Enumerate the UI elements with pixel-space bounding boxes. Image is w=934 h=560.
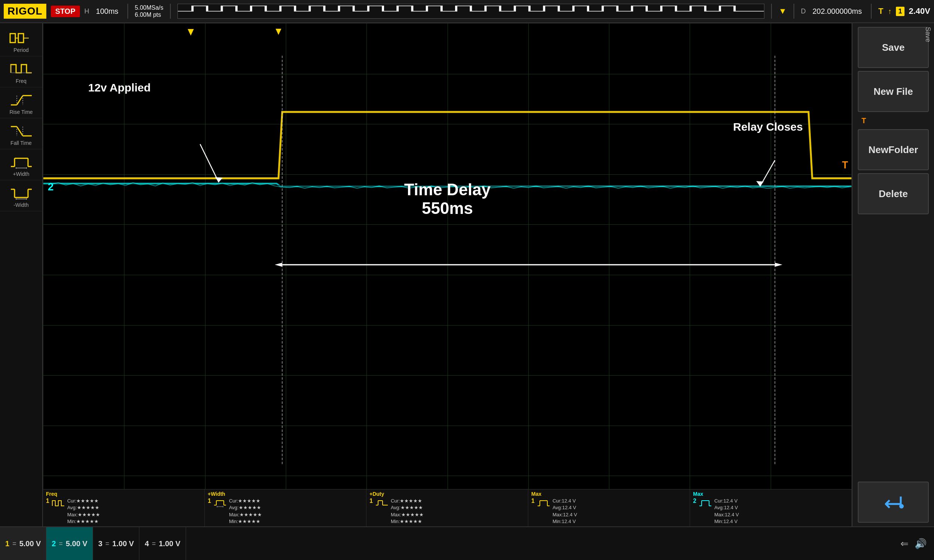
- trigger-ch: 1: [896, 7, 904, 16]
- svg-text:▼: ▼: [186, 25, 196, 38]
- rise-time-icon: [9, 92, 33, 108]
- sidebar-item-minuswidth[interactable]: -Width: [0, 182, 42, 211]
- delete-button[interactable]: Delete: [858, 173, 929, 214]
- timebase-value: 100ms: [96, 7, 119, 16]
- meas-pluswidth-icon: [213, 498, 227, 508]
- svg-rect-1: [18, 34, 23, 43]
- ch4-volt: 1.00 V: [159, 540, 180, 548]
- meas-max2-title: Max: [693, 491, 703, 497]
- waveform-preview: [177, 4, 764, 18]
- meas-max-ch1: Max 1 Cur:12.4 V Avg:12.4 V Max:12.4 V M…: [528, 489, 690, 526]
- svg-point-45: [899, 504, 904, 508]
- freq-label: Freq: [16, 78, 26, 84]
- grid-v-4: [367, 23, 367, 526]
- fall-time-label: Fall Time: [11, 140, 32, 146]
- ch3-volt: 1.00 V: [113, 540, 134, 548]
- ch4-num: 4: [145, 540, 149, 548]
- sidebar-item-freq[interactable]: Freq: [0, 58, 42, 88]
- meas-max1-title: Max: [531, 491, 541, 497]
- meas-pluswidth-vals: Cur:★★★★★ Avg:★★★★★ Max:★★★★★ Min:★★★★★: [229, 498, 262, 525]
- svg-line-12: [17, 126, 23, 136]
- divider-2: [170, 4, 171, 18]
- save-rotated-label: Save: [924, 27, 932, 42]
- meas-duty: +Duty 1 Cur:★★★★★ Avg:★★★★★ Max:★★★★★ Mi…: [367, 489, 528, 526]
- meas-freq-ch: Freq: [46, 491, 57, 497]
- left-sidebar: Period Freq Rise Time Fall Time: [0, 23, 43, 526]
- svg-marker-38: [775, 263, 782, 267]
- ch3-num: 3: [98, 540, 102, 548]
- sidebar-item-falltime[interactable]: Fall Time: [0, 120, 42, 149]
- divider-1: [127, 4, 128, 18]
- divider-4: [794, 4, 794, 18]
- sidebar-item-period[interactable]: Period: [0, 27, 42, 56]
- grid-v-2: [205, 23, 205, 526]
- top-bar: RIGOL STOP H 100ms 5.00MSa/s 6.00M pts ▼…: [0, 0, 934, 23]
- svg-marker-42: [756, 181, 764, 186]
- enter-button[interactable]: [858, 482, 929, 523]
- measurement-bar: Freq 1 Cur:★★★★★ Avg:★★★★★ Max:★★★★★ Min…: [43, 489, 852, 526]
- svg-text:2: 2: [48, 180, 54, 192]
- bottom-status-bar: 1 = 5.00 V 2 = 5.00 V 3 = 1.00 V 4 = 1.0…: [0, 526, 934, 560]
- sample-rate: 5.00MSa/s: [135, 4, 163, 11]
- enter-icon: [882, 493, 905, 511]
- ch4-status[interactable]: 4 = 1.00 V: [139, 527, 186, 560]
- svg-line-41: [760, 160, 775, 186]
- new-file-button[interactable]: New File: [858, 71, 929, 112]
- ch1-volt: 5.00 V: [19, 540, 41, 548]
- grid-v-7: [609, 23, 609, 526]
- meas-pluswidth: +Width 1 Cur:★★★★★ Avg:★★★★★ Max:★★★★★ M…: [205, 489, 367, 526]
- divider-5: [871, 4, 872, 18]
- meas-max1-vals: Cur:12.4 V Avg:12.4 V Max:12.4 V Min:12.…: [553, 498, 577, 525]
- meas-duty-icon: [375, 498, 388, 508]
- annotation-relay-text: Relay Closes: [733, 121, 803, 133]
- divider-3: [771, 4, 772, 18]
- meas-pluswidth-title: +Width: [208, 491, 225, 497]
- trigger-arrow: ↑: [888, 7, 891, 16]
- ch2-status[interactable]: 2 = 5.00 V: [46, 527, 92, 560]
- minus-width-icon: [9, 185, 33, 201]
- t-marker-right: T: [858, 115, 929, 126]
- ch1-num: 1: [5, 540, 9, 548]
- svg-marker-37: [274, 263, 282, 267]
- meas-max1-icon: [537, 498, 550, 508]
- save-button[interactable]: Save: [858, 27, 929, 68]
- period-label: Period: [14, 47, 28, 53]
- status-badge: STOP: [51, 6, 80, 17]
- minus-width-label: -Width: [14, 202, 28, 208]
- ch2-eq: =: [59, 540, 63, 548]
- fall-time-icon: [9, 123, 33, 139]
- right-sidebar: Save Save New File T NewFolder Delete: [852, 23, 934, 526]
- bottom-right-icons: ⇐ 🔊: [900, 527, 934, 560]
- sidebar-item-pluswidth[interactable]: +Width: [0, 151, 42, 180]
- ch2-num: 2: [52, 540, 55, 548]
- meas-max1-ch: 1: [531, 498, 535, 505]
- svg-text:▼: ▼: [274, 25, 284, 37]
- meas-max2-vals: Cur:12.4 V Avg:12.4 V Max:12.4 V Min:12.…: [714, 498, 739, 525]
- period-icon: [9, 30, 33, 46]
- freq-icon: [9, 61, 33, 77]
- grid-v-8: [690, 23, 690, 526]
- meas-pluswidth-ch: 1: [208, 498, 211, 505]
- meas-max2-ch: 2: [693, 498, 697, 505]
- meas-max2-icon: [699, 498, 712, 508]
- usb-icon: ⇐: [900, 538, 909, 549]
- d-label: D: [801, 8, 806, 15]
- ch1-status[interactable]: 1 = 5.00 V: [0, 527, 46, 560]
- meas-duty-vals: Cur:★★★★★ Avg:★★★★★ Max:★★★★★ Min:★★★★★: [391, 498, 424, 525]
- plus-width-icon: [9, 154, 33, 170]
- sidebar-item-risetime[interactable]: Rise Time: [0, 89, 42, 118]
- svg-line-39: [200, 144, 219, 182]
- meas-freq: Freq 1 Cur:★★★★★ Avg:★★★★★ Max:★★★★★ Min…: [43, 489, 205, 526]
- ch2-volt: 5.00 V: [66, 540, 88, 548]
- grid-v-6: [528, 23, 529, 526]
- mem-depth: 6.00M pts: [135, 11, 163, 18]
- annotation-delay-text: Time Delay 550ms: [404, 180, 491, 218]
- new-folder-button[interactable]: NewFolder: [858, 129, 929, 170]
- t-label: T: [879, 6, 883, 16]
- trigger-voltage: 2.40V: [909, 6, 931, 16]
- ch3-status[interactable]: 3 = 1.00 V: [93, 527, 139, 560]
- h-label: H: [85, 8, 89, 15]
- rise-time-label: Rise Time: [9, 109, 32, 115]
- meas-max-ch2: Max 2 Cur:12.4 V Avg:12.4 V Max:12.4 V M…: [690, 489, 852, 526]
- meas-freq-ch-num: 1: [46, 498, 49, 505]
